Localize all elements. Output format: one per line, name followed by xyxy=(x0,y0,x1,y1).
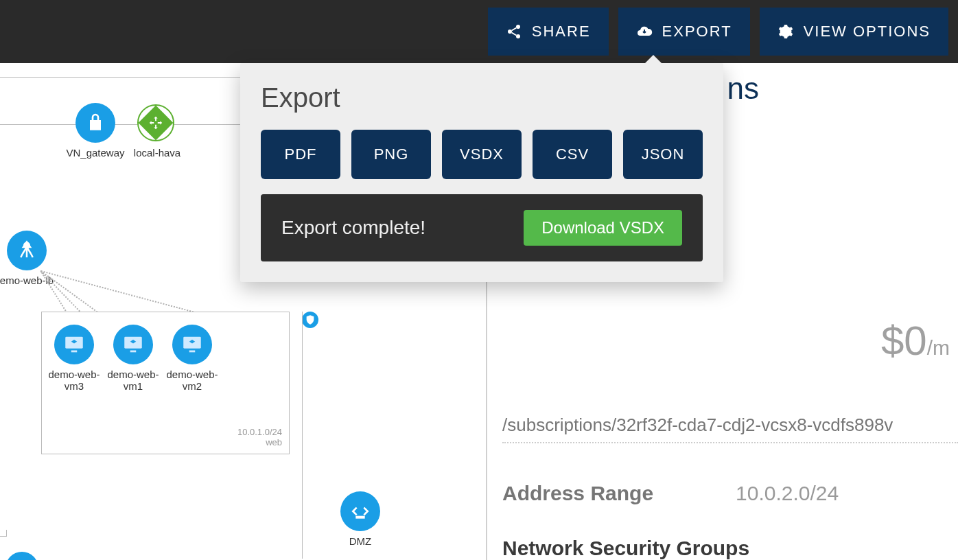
svg-point-3 xyxy=(23,242,30,249)
export-png-button[interactable]: PNG xyxy=(351,130,431,179)
vm-icon xyxy=(121,333,145,356)
local-node[interactable] xyxy=(137,104,174,141)
lock-icon xyxy=(84,112,106,134)
svg-point-0 xyxy=(516,25,520,29)
arrows-icon xyxy=(148,115,163,130)
gateway-label: VN_gateway xyxy=(65,147,126,159)
export-json-button[interactable]: JSON xyxy=(623,130,703,179)
vm-label: demo-web-vm2 xyxy=(161,369,223,393)
address-range-label: Address Range xyxy=(502,482,653,505)
vm-label: demo-web-vm3 xyxy=(43,369,105,393)
view-options-label: VIEW OPTIONS xyxy=(804,23,931,40)
share-button[interactable]: SHARE xyxy=(488,8,609,56)
toolbar: SHARE EXPORT VIEW OPTIONS xyxy=(0,0,958,63)
view-options-button[interactable]: VIEW OPTIONS xyxy=(760,8,948,56)
export-button[interactable]: EXPORT xyxy=(618,8,750,56)
subnet-web[interactable]: demo-web-vm3 demo-web-vm1 demo-web-vm2 1… xyxy=(41,312,290,454)
vm-node[interactable] xyxy=(113,325,153,364)
svg-rect-7 xyxy=(130,351,137,353)
cloud-download-icon xyxy=(636,23,653,40)
export-status-text: Export complete! xyxy=(281,217,425,239)
vm-node[interactable] xyxy=(172,325,212,364)
svg-point-2 xyxy=(516,34,520,38)
subscription-path: /subscriptions/32rf32f-cda7-cdj2-vcsx8-v… xyxy=(502,415,893,436)
nsg-section-title: Network Security Groups xyxy=(502,537,749,560)
vm-node[interactable] xyxy=(54,325,94,364)
export-format-row: PDF PNG VSDX CSV JSON xyxy=(261,130,703,179)
subnet-cidr: 10.0.1.0/24 xyxy=(237,427,282,438)
loadbalancer-icon xyxy=(16,240,37,261)
share-icon xyxy=(506,23,522,40)
cost-display: $0/m xyxy=(881,317,950,364)
vm-icon xyxy=(62,333,86,356)
address-range-value: 10.0.2.0/24 xyxy=(736,482,839,505)
export-pdf-button[interactable]: PDF xyxy=(261,130,340,179)
svg-point-1 xyxy=(508,30,512,34)
local-label: local-hava xyxy=(126,147,188,159)
lb-node[interactable] xyxy=(7,231,47,270)
subnet-name: web xyxy=(237,437,282,448)
export-csv-button[interactable]: CSV xyxy=(533,130,612,179)
gear-icon xyxy=(778,23,794,40)
svg-rect-9 xyxy=(189,351,196,353)
svg-rect-5 xyxy=(71,351,78,353)
vm-icon xyxy=(180,333,204,356)
download-button[interactable]: Download VSDX xyxy=(524,210,682,246)
export-popover: Export PDF PNG VSDX CSV JSON Export comp… xyxy=(240,63,723,282)
share-label: SHARE xyxy=(532,23,591,40)
partial-node[interactable] xyxy=(5,552,38,560)
export-vsdx-button[interactable]: VSDX xyxy=(442,130,522,179)
gateway-node[interactable] xyxy=(75,103,115,143)
cost-unit: /m xyxy=(927,336,950,359)
address-range-row: Address Range 10.0.2.0/24 xyxy=(502,482,839,505)
export-status-bar: Export complete! Download VSDX xyxy=(261,194,703,261)
cost-value: $0 xyxy=(881,318,927,364)
vm-label: demo-web-vm1 xyxy=(102,369,164,393)
divider xyxy=(502,442,958,443)
export-title: Export xyxy=(261,82,703,113)
export-label: EXPORT xyxy=(662,23,732,40)
